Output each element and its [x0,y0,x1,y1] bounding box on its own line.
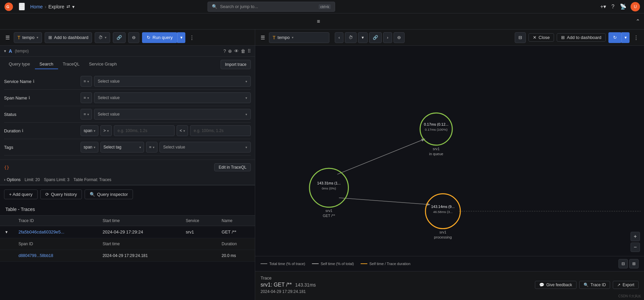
right-run-btn[interactable]: ↻ [608,32,622,43]
right-add-dashboard-btn[interactable]: ⊞ Add to dashboard [557,33,606,42]
duration-info[interactable]: ℹ [22,128,24,133]
zoom-out-icon: ⊖ [132,35,136,40]
time-picker-btn[interactable]: ⏱ ▾ [95,32,110,43]
clock-icon: ⏱ [98,35,103,40]
run-query-btn[interactable]: ↻ Run query [142,32,177,43]
add-to-dashboard-btn[interactable]: ⊞ Add to dashboard [45,32,92,43]
status-label: Status [4,112,78,117]
spans-limit-text: Spans Limit: 3 [44,177,70,182]
collapse-top-btn[interactable]: ⌃ [636,18,640,25]
results-table: Trace ID Start time Service Name ▾ 2fa5b… [0,216,255,262]
breadcrumb-home[interactable]: Home [30,4,43,9]
service-name-info[interactable]: ℹ [33,79,35,84]
query-show-btn[interactable]: 👁 [234,48,239,54]
tab-traceql[interactable]: TraceQL [58,59,84,69]
duration-scope[interactable]: span ▾ [81,125,98,136]
zoom-out-graph-btn[interactable]: − [631,243,640,252]
legend-self-trace-duration: Self time / Trace duration [361,262,410,266]
query-drag-btn[interactable]: ⠿ [247,48,251,54]
query-history-btn[interactable]: ⟳ Query history [40,189,82,199]
notifications-button[interactable]: 📡 [618,2,628,11]
options-toggle[interactable]: › Options [4,177,20,182]
right-zoom-out[interactable]: ⊖ [394,32,405,43]
main-layout: ☰ T tempo ▾ ⊞ Add to dashboard ⏱ ▾ 🔗 ⊖ [0,30,644,300]
help-button[interactable]: ? [610,2,616,11]
top-nav: G ☰ Home › Explore ⇄ ▾ 🔍 Search or jump … [0,0,644,13]
col-start-time: Start time [97,216,180,226]
duration-op-gt[interactable]: > ▾ [100,125,112,136]
toggle-viz-btn[interactable]: ☰ [4,33,11,42]
status-controls: = ▾ Select value ▾ [81,109,251,120]
hamburger-menu[interactable]: ☰ [19,3,25,10]
right-nav-prev[interactable]: ‹ [335,32,343,43]
tags-value[interactable]: Select value ▾ [159,142,251,153]
share-icon[interactable]: ⇄ [66,4,70,9]
query-collapse-btn[interactable]: ▾ [4,49,6,53]
row-expand-btn[interactable]: ▾ [0,226,13,238]
traceql-preview: {} Edit in TraceQL [0,160,255,175]
breadcrumb-explore[interactable]: Explore [48,4,64,9]
name-cell: GET /** [216,226,255,238]
trace-id-btn[interactable]: 🔍 Trace ID [579,281,610,289]
time-caret: ▾ [105,36,106,39]
right-datasource-selector[interactable]: T tempo ▾ [269,32,329,43]
service-name-value[interactable]: Select value ▾ [94,76,251,87]
add-button[interactable]: +▾ [599,2,607,11]
duration-min-input[interactable]: e.g. 100ms, 1.2s [114,125,175,136]
status-op[interactable]: = ▾ [81,109,92,120]
tags-scope[interactable]: span ▾ [81,142,98,153]
query-delete-btn[interactable]: 🗑 [241,48,245,54]
collapse-sidebar-btn[interactable]: ≡ [317,18,320,25]
span-name-info[interactable]: ℹ [29,95,30,100]
right-link-btn[interactable]: 🔗 [369,32,382,43]
duration-max-input[interactable]: e.g. 100ms, 1.2s [190,125,251,136]
tab-query-type[interactable]: Query type [4,59,35,69]
user-avatar[interactable]: U [631,2,640,11]
zoom-in-btn[interactable]: + [631,232,640,241]
status-value[interactable]: Select value ▾ [94,109,251,120]
import-trace-btn[interactable]: Import trace [221,60,251,69]
right-datasource-name: tempo [278,35,290,40]
global-search[interactable]: 🔍 Search or jump to... ctrl+k [208,2,335,12]
add-query-btn[interactable]: + Add query [4,189,38,199]
query-inspector-btn[interactable]: 🔍 Query inspector [85,189,133,199]
graph-layout-btn[interactable]: ⊟ [618,259,628,268]
query-copy-btn[interactable]: ⊕ [228,48,232,54]
link-btn[interactable]: 🔗 [113,32,126,43]
right-clock-btn[interactable]: ⏱ [345,32,357,43]
tempo-icon: T [17,35,20,40]
edit-traceql-btn[interactable]: Edit in TraceQL [214,163,251,171]
zoom-out-btn[interactable]: ⊖ [128,32,139,43]
svg-text:srv1: srv1 [325,209,332,213]
right-nav-next[interactable]: › [383,32,392,43]
span-name-op[interactable]: = ▾ [81,92,92,103]
give-feedback-btn[interactable]: 💬 Give feedback [535,281,577,289]
split-view-btn[interactable]: ⊟ [515,32,526,43]
tab-search[interactable]: Search [35,59,58,69]
graph-grid-btn[interactable]: ⊞ [629,259,639,268]
right-more-btn[interactable]: ⋮ [632,33,640,42]
span-name-value[interactable]: Select value ▾ [94,92,251,103]
right-clock-dropdown[interactable]: ▾ [358,32,368,43]
query-section: ▾ A (tempo) ? ⊕ 👁 🗑 ⠿ Query type Search [0,46,255,185]
run-query-dropdown[interactable]: ▾ [177,32,185,43]
tags-op[interactable]: = ▾ [146,142,157,153]
svg-text:processing: processing [434,235,452,239]
right-toggle-btn[interactable]: ☰ [259,33,266,42]
datasource-selector[interactable]: T tempo ▾ [14,32,42,43]
tab-service-graph[interactable]: Service Graph [84,59,122,69]
feedback-label: Give feedback [546,283,572,287]
trace-title: srv1: GET /** [261,282,292,288]
span-name-label: Span Name ℹ [4,95,78,100]
query-datasource: (tempo) [15,49,29,53]
query-help-btn[interactable]: ? [223,48,226,54]
trace-id-link[interactable]: 2fa5b046cda60329e5... [18,229,64,234]
export-btn[interactable]: ↗ Export [613,281,639,289]
service-name-op[interactable]: = ▾ [81,76,92,87]
breadcrumb-chevron[interactable]: ▾ [72,4,75,9]
tags-key[interactable]: Select tag ▾ [100,142,144,153]
close-panel-btn[interactable]: ✕ Close [528,33,554,42]
right-run-dropdown[interactable]: ▾ [622,32,630,43]
duration-op-lt[interactable]: < ▾ [177,125,188,136]
more-options-btn[interactable]: ⋮ [188,33,196,42]
